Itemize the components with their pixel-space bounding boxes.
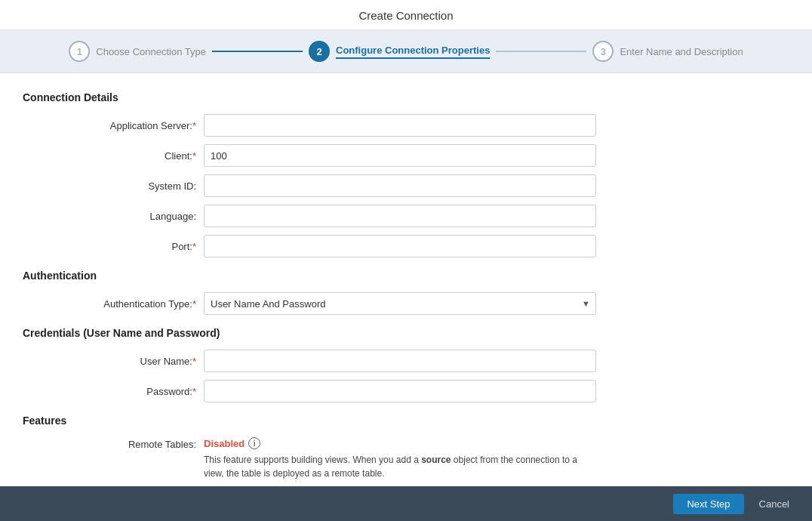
page-title: Create Connection (0, 0, 812, 30)
port-input[interactable] (204, 235, 596, 257)
auth-type-row: Authentication Type:* User Name And Pass… (23, 292, 789, 315)
port-label: Port:* (23, 241, 204, 252)
system-id-label: System ID: (23, 180, 204, 192)
step-connector-2 (496, 51, 586, 52)
auth-type-label: Authentication Type:* (23, 298, 204, 310)
remote-tables-status: Disabled i (204, 437, 260, 449)
footer-bar: Next Step Cancel (0, 486, 812, 521)
step-3: 3 Enter Name and Description (592, 41, 743, 62)
auth-type-select[interactable]: User Name And Password Logon Ticket SNC (204, 292, 596, 315)
auth-type-required: * (192, 298, 196, 310)
port-required: * (192, 241, 196, 252)
password-row: Password:* (23, 380, 789, 402)
cancel-button[interactable]: Cancel (752, 494, 797, 514)
step-3-circle: 3 (592, 41, 614, 62)
username-required: * (192, 356, 196, 367)
username-label: User Name:* (23, 356, 204, 367)
client-label: Client:* (23, 150, 204, 162)
step-2-circle: 2 (309, 41, 330, 62)
step-3-label: Enter Name and Description (620, 46, 743, 57)
app-server-label: Application Server:* (23, 120, 204, 131)
language-input[interactable] (204, 205, 596, 227)
client-input[interactable] (204, 144, 596, 167)
authentication-title: Authentication (23, 270, 789, 282)
step-2: 2 Configure Connection Properties (309, 41, 490, 62)
language-row: Language: (23, 205, 789, 227)
username-row: User Name:* (23, 350, 789, 372)
remote-tables-label: Remote Tables: (23, 437, 204, 450)
stepper: 1 Choose Connection Type 2 Configure Con… (0, 30, 812, 73)
port-row: Port:* (23, 235, 789, 257)
username-input[interactable] (204, 350, 596, 372)
connection-details-title: Connection Details (23, 91, 789, 103)
system-id-input[interactable] (204, 174, 596, 197)
system-id-row: System ID: (23, 174, 789, 197)
app-server-input[interactable] (204, 114, 596, 137)
remote-tables-content: Disabled i This feature supports buildin… (204, 437, 789, 480)
step-1-circle: 1 (69, 41, 90, 62)
credentials-title: Credentials (User Name and Password) (23, 327, 789, 339)
info-icon[interactable]: i (248, 437, 260, 449)
content-area: Connection Details Application Server:* … (0, 73, 812, 486)
auth-type-select-wrapper: User Name And Password Logon Ticket SNC … (204, 292, 596, 315)
features-title: Features (23, 415, 789, 427)
client-row: Client:* (23, 144, 789, 167)
next-step-button[interactable]: Next Step (673, 494, 743, 514)
app-server-required: * (192, 120, 196, 131)
remote-tables-description: This feature supports building views. Wh… (204, 453, 581, 480)
client-required: * (192, 150, 196, 162)
app-server-row: Application Server:* (23, 114, 789, 137)
step-connector-1 (212, 51, 303, 52)
password-input[interactable] (204, 380, 596, 402)
step-2-label: Configure Connection Properties (336, 45, 490, 59)
step-1: 1 Choose Connection Type (69, 41, 206, 62)
password-label: Password:* (23, 386, 204, 397)
language-label: Language: (23, 211, 204, 222)
password-required: * (192, 386, 196, 397)
step-1-label: Choose Connection Type (96, 46, 206, 57)
remote-tables-row: Remote Tables: Disabled i This feature s… (23, 437, 789, 480)
